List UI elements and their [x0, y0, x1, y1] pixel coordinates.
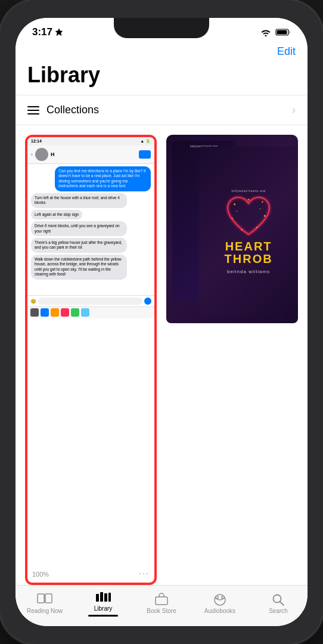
- msg-nav-bar: ‹ H: [27, 145, 154, 164]
- tab-book-store[interactable]: Book Store: [132, 593, 191, 614]
- msg-bubble-5: There's a big yellow house just after th…: [31, 238, 127, 253]
- tab-search[interactable]: Search: [249, 593, 308, 614]
- svg-point-4: [248, 199, 250, 200]
- msg-text-input: [38, 298, 142, 305]
- svg-rect-14: [96, 594, 99, 602]
- audiobooks-label: Audiobooks: [204, 608, 235, 614]
- heart-shape: [225, 195, 272, 237]
- status-time: 3:17: [32, 26, 63, 38]
- msg-app-3: [51, 308, 59, 317]
- svg-point-5: [232, 217, 233, 218]
- msg-app-2: [41, 308, 49, 317]
- msg-send-icon: [144, 298, 151, 305]
- header: Edit: [15, 43, 308, 63]
- audiobooks-icon: [212, 593, 228, 606]
- title-line2: THROB: [225, 253, 273, 265]
- msg-emoji-icon: 😊: [30, 299, 36, 304]
- svg-rect-12: [45, 594, 52, 603]
- book-title: HEART THROB: [225, 240, 273, 265]
- svg-point-2: [234, 203, 235, 205]
- msg-status-bar: 12:14 ▲ 🔋: [27, 137, 154, 145]
- book-item-heartthrob[interactable]: hollywood hearts two hollywood hearts on…: [166, 135, 298, 585]
- svg-point-10: [260, 208, 261, 209]
- svg-point-3: [262, 201, 263, 202]
- book-more-icon[interactable]: ···: [139, 568, 150, 578]
- msg-bubble-2: Turn left at the house with a blue roof,…: [31, 193, 127, 208]
- tab-reading-now[interactable]: Reading Now: [15, 593, 74, 614]
- svg-point-6: [264, 215, 266, 216]
- msg-bubble-4: Drive 6 more blocks, until you see a gra…: [31, 221, 127, 236]
- tab-library[interactable]: Library: [74, 590, 132, 617]
- main-book: hollywood hearts one: [199, 147, 298, 316]
- messages-screen: 12:14 ▲ 🔋 ‹ H Can you text me directions: [27, 137, 154, 318]
- book-grid: 12:14 ▲ 🔋 ‹ H Can you text me directions: [15, 135, 308, 585]
- msg-contact-name: H: [51, 151, 55, 157]
- msg-bubble-3: Left again at the stop sign: [31, 210, 82, 219]
- msg-app-6: [81, 308, 89, 317]
- page-title: Library: [27, 63, 296, 88]
- msg-app-1: [30, 308, 39, 317]
- tab-bar: Reading Now Library: [15, 585, 308, 626]
- svg-rect-1: [277, 30, 287, 35]
- page-title-area: Library: [15, 63, 308, 95]
- tab-audiobooks[interactable]: Audiobooks: [191, 593, 249, 614]
- edit-button[interactable]: Edit: [277, 45, 296, 58]
- library-icon: [95, 590, 111, 603]
- svg-rect-16: [104, 593, 107, 602]
- msg-input-bar: 😊: [27, 295, 154, 306]
- svg-rect-17: [108, 593, 111, 602]
- svg-point-8: [256, 227, 257, 228]
- chevron-right-icon: ›: [292, 104, 296, 116]
- book-store-label: Book Store: [147, 608, 176, 614]
- phone-frame: 3:17: [0, 0, 323, 644]
- library-label: Library: [94, 605, 113, 612]
- msg-video-icon: [139, 150, 151, 159]
- wifi-icon: [260, 28, 271, 36]
- book-author: belinda williams: [227, 269, 270, 274]
- msg-app-4: [61, 308, 69, 317]
- book-item-messages[interactable]: 12:14 ▲ 🔋 ‹ H Can you text me directions: [25, 135, 157, 585]
- svg-point-9: [237, 210, 238, 212]
- msg-back-icon: ‹: [31, 151, 33, 157]
- heartthrob-cover: hollywood hearts two hollywood hearts on…: [166, 135, 298, 323]
- msg-apps-bar: [27, 306, 154, 318]
- title-line1: HEART: [225, 240, 273, 253]
- hamburger-icon: [27, 106, 39, 114]
- collections-label: Collections: [46, 104, 292, 116]
- msg-avatar: [35, 148, 48, 161]
- location-icon: [55, 28, 63, 36]
- msg-bubble-6: Walk down the cobblestone path behind th…: [31, 255, 127, 280]
- svg-rect-18: [156, 597, 167, 605]
- notch: [114, 18, 209, 38]
- phone-inner: 3:17: [15, 18, 308, 626]
- messages-cover: 12:14 ▲ 🔋 ‹ H Can you text me directions: [27, 137, 154, 318]
- svg-point-7: [241, 229, 242, 230]
- book-store-icon: [153, 593, 170, 606]
- svg-rect-11: [38, 594, 44, 603]
- book-progress: 100%: [32, 571, 49, 578]
- svg-rect-15: [100, 592, 103, 602]
- reading-now-label: Reading Now: [27, 608, 63, 614]
- battery-icon: [275, 28, 291, 36]
- collections-bar[interactable]: Collections ›: [15, 95, 308, 125]
- reading-now-icon: [36, 593, 53, 606]
- svg-line-23: [280, 602, 284, 605]
- msg-app-5: [71, 308, 79, 317]
- msg-bubble-1: Can you text me directions to a place I'…: [55, 166, 151, 191]
- screen: 3:17: [15, 18, 308, 626]
- search-icon: [270, 593, 287, 606]
- search-label: Search: [269, 608, 288, 614]
- main-book-series: hollywood hearts one: [231, 189, 265, 193]
- messages-list: Can you text me directions to a place I'…: [27, 164, 154, 295]
- active-indicator: [88, 615, 118, 617]
- status-icons: [260, 28, 291, 36]
